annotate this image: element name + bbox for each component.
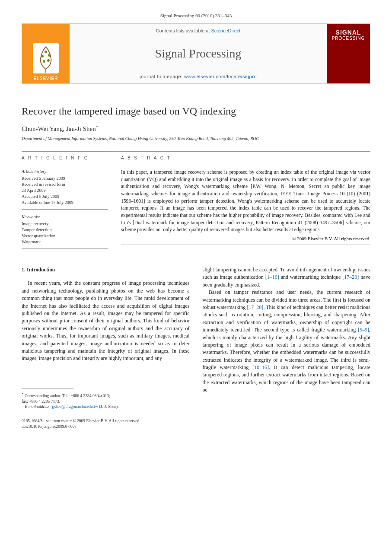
- article-info-column: A R T I C L E I N F O Article history: R…: [22, 152, 108, 249]
- running-header: Signal Processing 90 (2010) 331–343: [22, 13, 370, 18]
- article-meta-row: A R T I C L E I N F O Article history: R…: [22, 152, 370, 249]
- history-revised-line1: Received in revised form: [22, 182, 108, 188]
- affiliation: Department of Management Information Sys…: [22, 136, 370, 141]
- publisher-name: ELSEVIER: [34, 76, 58, 81]
- journal-cover-thumbnail: SIGNAL PROCESSING: [327, 24, 370, 83]
- citation-link[interactable]: [5–9]: [358, 327, 369, 333]
- cover-title-line1: SIGNAL: [336, 29, 361, 36]
- history-revised-line2: 23 April 2009: [22, 188, 108, 194]
- contents-available-line: Contents lists available at ScienceDirec…: [76, 28, 320, 33]
- intro-paragraph-2: Based on tamper resistance and user need…: [203, 289, 371, 394]
- footnote-email-link[interactable]: jjshen@dragon.nchu.edu.tw: [52, 404, 98, 409]
- history-accepted: Accepted 5 July 2009: [22, 194, 108, 200]
- homepage-prefix: journal homepage:: [140, 74, 184, 79]
- article-title: Recover the tampered image based on VQ i…: [22, 105, 370, 117]
- footnote-marker: *: [22, 392, 24, 396]
- corresponding-author-footnote: * Corresponding author. Tel.: +886 4 228…: [22, 392, 190, 410]
- svg-point-0: [41, 55, 44, 57]
- footer-doi-line: doi:10.1016/j.sigpro.2009.07.007: [22, 424, 370, 430]
- svg-point-1: [48, 54, 51, 57]
- homepage-line: journal homepage: www.elsevier.com/locat…: [76, 74, 320, 79]
- homepage-link[interactable]: www.elsevier.com/locate/sigpro: [184, 74, 257, 79]
- citation-link[interactable]: [10–16]: [252, 364, 269, 370]
- banner-center: Contents lists available at ScienceDirec…: [70, 24, 327, 83]
- article-info-heading: A R T I C L E I N F O: [22, 152, 108, 164]
- page-footer: 0165-1684/$ - see front matter © 2009 El…: [22, 418, 370, 430]
- footer-issn-line: 0165-1684/$ - see front matter © 2009 El…: [22, 418, 370, 424]
- history-received: Received 6 January 2009: [22, 175, 108, 182]
- svg-point-4: [47, 59, 50, 62]
- history-label: Article history:: [22, 169, 108, 175]
- history-online: Available online 17 July 2009: [22, 200, 108, 206]
- author-list: Chun-Wei Yang, Jau-Ji Shen*: [22, 124, 370, 133]
- section-1-heading: 1. Introduction: [22, 266, 190, 274]
- body-column-left: 1. Introduction In recent years, with th…: [22, 266, 190, 410]
- body-column-right: slight tampering cannot be accepted. To …: [203, 266, 371, 410]
- keyword-item: Vector quantization: [22, 233, 108, 239]
- elsevier-tree-icon: [33, 43, 59, 73]
- footnote-email-label: E-mail address:: [25, 404, 51, 409]
- journal-banner: ELSEVIER Contents lists available at Sci…: [22, 23, 370, 84]
- footnote-corr-line: Corresponding author. Tel.: +886 4 2284 …: [25, 394, 110, 398]
- citation-link[interactable]: [17–20]: [342, 274, 359, 280]
- svg-point-3: [43, 60, 45, 63]
- abstract-text: In this paper, a tampered image recovery…: [121, 164, 370, 233]
- body-columns: 1. Introduction In recent years, with th…: [22, 266, 370, 410]
- abstract-column: A B S T R A C T In this paper, a tampere…: [121, 152, 370, 249]
- intro-paragraph-1: In recent years, with the constant progr…: [22, 280, 190, 362]
- cover-title-line2: PROCESSING: [332, 36, 365, 41]
- author-names: Chun-Wei Yang, Jau-Ji Shen: [22, 125, 96, 132]
- contents-prefix: Contents lists available at: [156, 28, 211, 33]
- abstract-heading: A B S T R A C T: [121, 152, 370, 164]
- keyword-item: Watermark: [22, 239, 108, 245]
- footnote-separator: [22, 389, 73, 389]
- article-history: Article history: Received 6 January 2009…: [22, 164, 108, 249]
- svg-point-2: [45, 51, 47, 53]
- citation-link[interactable]: [1–16]: [265, 274, 279, 280]
- keywords-label: Keywords:: [22, 214, 108, 220]
- intro-paragraph-1-cont: slight tampering cannot be accepted. To …: [203, 266, 371, 289]
- keyword-item: Tamper detection: [22, 227, 108, 233]
- publisher-logo-block: ELSEVIER: [22, 24, 70, 83]
- corresponding-marker: *: [96, 124, 99, 129]
- footnote-fax: fax: +886 4 2285 7173.: [22, 399, 60, 404]
- keyword-item: Image recovery: [22, 221, 108, 227]
- citation-link[interactable]: [17–20]: [247, 304, 263, 310]
- sciencedirect-link[interactable]: ScienceDirect: [211, 28, 240, 33]
- journal-name: Signal Processing: [76, 47, 320, 61]
- abstract-copyright: © 2009 Elsevier B.V. All rights reserved…: [121, 236, 370, 241]
- footnote-email-who: (J.-J. Shen).: [99, 404, 118, 409]
